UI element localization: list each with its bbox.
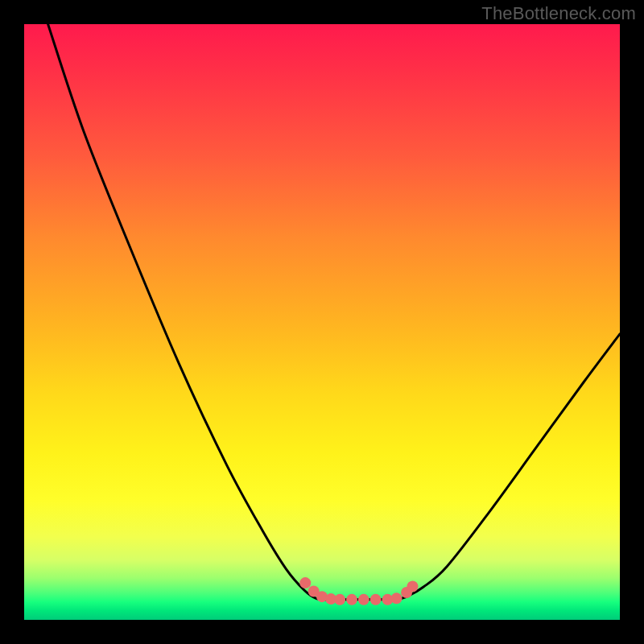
curve-marker [299, 577, 311, 588]
curve-marker [370, 594, 382, 605]
bottleneck-curve [48, 24, 620, 600]
curve-marker [407, 581, 418, 592]
curve-marker [334, 594, 345, 605]
watermark-text: TheBottleneck.com [481, 3, 636, 24]
chart-frame: TheBottleneck.com [0, 0, 644, 644]
curve-markers [299, 577, 418, 605]
curve-marker [358, 594, 369, 605]
bottleneck-curve-svg [24, 24, 620, 620]
curve-marker [346, 594, 357, 605]
curve-marker [391, 592, 402, 604]
plot-area [24, 24, 620, 620]
curve-path [48, 24, 620, 600]
